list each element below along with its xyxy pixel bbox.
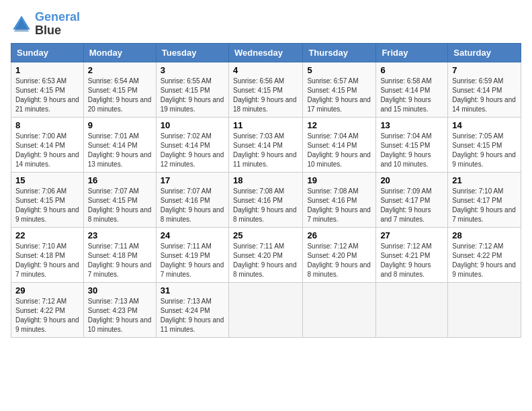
- day-info: Sunrise: 7:12 AMSunset: 4:22 PMDaylight:…: [15, 297, 79, 334]
- day-number: 7: [452, 65, 517, 75]
- day-cell: 23Sunrise: 7:11 AMSunset: 4:18 PMDayligh…: [83, 227, 156, 282]
- day-cell: 4Sunrise: 6:56 AMSunset: 4:15 PMDaylight…: [228, 62, 302, 117]
- day-number: 20: [380, 175, 443, 185]
- day-cell: 1Sunrise: 6:53 AMSunset: 4:15 PMDaylight…: [11, 62, 84, 117]
- day-cell: 18Sunrise: 7:08 AMSunset: 4:16 PMDayligh…: [228, 172, 302, 227]
- day-cell: 24Sunrise: 7:11 AMSunset: 4:19 PMDayligh…: [156, 227, 228, 282]
- day-cell: 2Sunrise: 6:54 AMSunset: 4:15 PMDaylight…: [83, 62, 156, 117]
- day-number: 10: [161, 120, 224, 130]
- day-cell: 16Sunrise: 7:07 AMSunset: 4:15 PMDayligh…: [83, 172, 156, 227]
- week-row-5: 29Sunrise: 7:12 AMSunset: 4:22 PMDayligh…: [11, 282, 521, 337]
- day-cell: 8Sunrise: 7:00 AMSunset: 4:14 PMDaylight…: [11, 117, 84, 172]
- day-cell: 9Sunrise: 7:01 AMSunset: 4:14 PMDaylight…: [83, 117, 156, 172]
- day-number: 2: [88, 65, 152, 75]
- day-cell: 12Sunrise: 7:04 AMSunset: 4:14 PMDayligh…: [303, 117, 376, 172]
- day-number: 15: [15, 175, 79, 185]
- day-info: Sunrise: 7:11 AMSunset: 4:18 PMDaylight:…: [88, 242, 152, 279]
- day-cell: 31Sunrise: 7:13 AMSunset: 4:24 PMDayligh…: [156, 282, 228, 337]
- day-number: 12: [307, 120, 371, 130]
- day-cell: 27Sunrise: 7:12 AMSunset: 4:21 PMDayligh…: [376, 227, 448, 282]
- day-cell: 11Sunrise: 7:03 AMSunset: 4:14 PMDayligh…: [228, 117, 302, 172]
- day-info: Sunrise: 6:55 AMSunset: 4:15 PMDaylight:…: [161, 77, 224, 114]
- week-row-2: 8Sunrise: 7:00 AMSunset: 4:14 PMDaylight…: [11, 117, 521, 172]
- header-wednesday: Wednesday: [228, 43, 302, 62]
- day-number: 30: [88, 285, 152, 295]
- day-info: Sunrise: 7:08 AMSunset: 4:16 PMDaylight:…: [233, 187, 298, 224]
- day-number: 25: [233, 230, 298, 240]
- day-number: 29: [15, 285, 79, 295]
- logo: General Blue: [11, 11, 80, 38]
- header-sunday: Sunday: [11, 43, 84, 62]
- day-info: Sunrise: 7:05 AMSunset: 4:15 PMDaylight:…: [452, 132, 517, 169]
- day-info: Sunrise: 7:02 AMSunset: 4:14 PMDaylight:…: [161, 132, 224, 169]
- day-info: Sunrise: 7:10 AMSunset: 4:18 PMDaylight:…: [15, 242, 79, 279]
- day-cell: 17Sunrise: 7:07 AMSunset: 4:16 PMDayligh…: [156, 172, 228, 227]
- day-number: 27: [380, 230, 443, 240]
- day-cell: 19Sunrise: 7:08 AMSunset: 4:16 PMDayligh…: [303, 172, 376, 227]
- header-monday: Monday: [83, 43, 156, 62]
- day-number: 13: [380, 120, 443, 130]
- day-info: Sunrise: 7:06 AMSunset: 4:15 PMDaylight:…: [15, 187, 79, 224]
- day-info: Sunrise: 7:11 AMSunset: 4:19 PMDaylight:…: [161, 242, 224, 279]
- header-tuesday: Tuesday: [156, 43, 228, 62]
- day-info: Sunrise: 7:00 AMSunset: 4:14 PMDaylight:…: [15, 132, 79, 169]
- day-number: 17: [161, 175, 224, 185]
- header-thursday: Thursday: [303, 43, 376, 62]
- day-info: Sunrise: 6:53 AMSunset: 4:15 PMDaylight:…: [15, 77, 79, 114]
- day-info: Sunrise: 7:12 AMSunset: 4:20 PMDaylight:…: [307, 242, 371, 279]
- day-cell: 29Sunrise: 7:12 AMSunset: 4:22 PMDayligh…: [11, 282, 84, 337]
- day-cell: 3Sunrise: 6:55 AMSunset: 4:15 PMDaylight…: [156, 62, 228, 117]
- day-number: 14: [452, 120, 517, 130]
- day-info: Sunrise: 7:12 AMSunset: 4:22 PMDaylight:…: [452, 242, 517, 279]
- day-cell: 30Sunrise: 7:13 AMSunset: 4:23 PMDayligh…: [83, 282, 156, 337]
- header-row: SundayMondayTuesdayWednesdayThursdayFrid…: [11, 43, 521, 62]
- day-cell: [303, 282, 376, 337]
- day-info: Sunrise: 6:54 AMSunset: 4:15 PMDaylight:…: [88, 77, 152, 114]
- day-cell: 25Sunrise: 7:11 AMSunset: 4:20 PMDayligh…: [228, 227, 302, 282]
- day-number: 28: [452, 230, 517, 240]
- header: General Blue: [11, 11, 521, 38]
- day-info: Sunrise: 7:12 AMSunset: 4:21 PMDaylight:…: [380, 242, 443, 279]
- day-number: 18: [233, 175, 298, 185]
- day-number: 8: [15, 120, 79, 130]
- day-info: Sunrise: 7:07 AMSunset: 4:15 PMDaylight:…: [88, 187, 152, 224]
- day-cell: 7Sunrise: 6:59 AMSunset: 4:14 PMDaylight…: [448, 62, 521, 117]
- day-info: Sunrise: 7:11 AMSunset: 4:20 PMDaylight:…: [233, 242, 298, 279]
- day-number: 4: [233, 65, 298, 75]
- day-cell: [448, 282, 521, 337]
- day-cell: 10Sunrise: 7:02 AMSunset: 4:14 PMDayligh…: [156, 117, 228, 172]
- day-number: 1: [15, 65, 79, 75]
- day-number: 9: [88, 120, 152, 130]
- logo-icon: [11, 13, 32, 35]
- day-info: Sunrise: 7:04 AMSunset: 4:15 PMDaylight:…: [380, 132, 443, 169]
- day-number: 3: [161, 65, 224, 75]
- day-number: 5: [307, 65, 371, 75]
- day-info: Sunrise: 7:13 AMSunset: 4:24 PMDaylight:…: [161, 297, 224, 334]
- day-number: 21: [452, 175, 517, 185]
- day-info: Sunrise: 6:58 AMSunset: 4:14 PMDaylight:…: [380, 77, 443, 114]
- day-cell: 14Sunrise: 7:05 AMSunset: 4:15 PMDayligh…: [448, 117, 521, 172]
- day-cell: 28Sunrise: 7:12 AMSunset: 4:22 PMDayligh…: [448, 227, 521, 282]
- day-info: Sunrise: 6:57 AMSunset: 4:15 PMDaylight:…: [307, 77, 371, 114]
- day-info: Sunrise: 7:09 AMSunset: 4:17 PMDaylight:…: [380, 187, 443, 224]
- day-cell: 13Sunrise: 7:04 AMSunset: 4:15 PMDayligh…: [376, 117, 448, 172]
- day-info: Sunrise: 7:13 AMSunset: 4:23 PMDaylight:…: [88, 297, 152, 334]
- day-number: 31: [161, 285, 224, 295]
- day-info: Sunrise: 6:56 AMSunset: 4:15 PMDaylight:…: [233, 77, 298, 114]
- day-number: 16: [88, 175, 152, 185]
- logo-text: General Blue: [35, 11, 80, 38]
- day-cell: 22Sunrise: 7:10 AMSunset: 4:18 PMDayligh…: [11, 227, 84, 282]
- day-number: 19: [307, 175, 371, 185]
- day-info: Sunrise: 7:04 AMSunset: 4:14 PMDaylight:…: [307, 132, 371, 169]
- day-cell: 6Sunrise: 6:58 AMSunset: 4:14 PMDaylight…: [376, 62, 448, 117]
- day-cell: [376, 282, 448, 337]
- day-info: Sunrise: 7:03 AMSunset: 4:14 PMDaylight:…: [233, 132, 298, 169]
- day-number: 24: [161, 230, 224, 240]
- day-cell: [228, 282, 302, 337]
- day-info: Sunrise: 6:59 AMSunset: 4:14 PMDaylight:…: [452, 77, 517, 114]
- week-row-4: 22Sunrise: 7:10 AMSunset: 4:18 PMDayligh…: [11, 227, 521, 282]
- header-saturday: Saturday: [448, 43, 521, 62]
- day-info: Sunrise: 7:07 AMSunset: 4:16 PMDaylight:…: [161, 187, 224, 224]
- day-number: 26: [307, 230, 371, 240]
- day-number: 22: [15, 230, 79, 240]
